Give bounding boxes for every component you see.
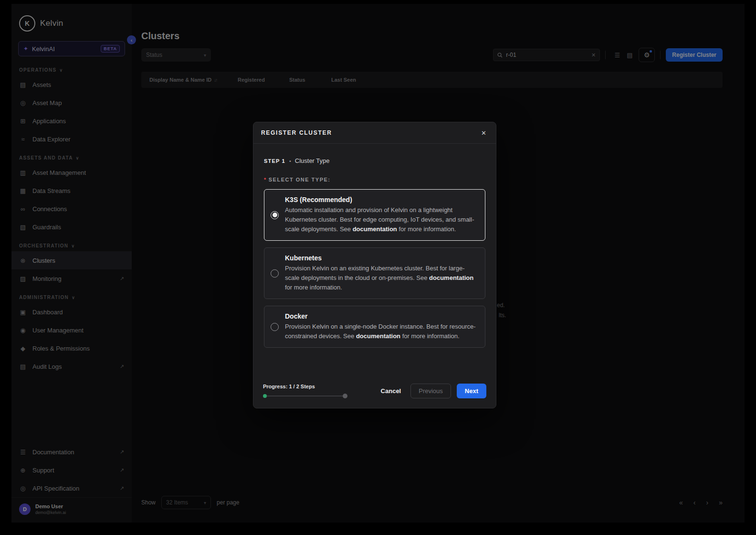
step-label: STEP 1 (264, 158, 285, 164)
next-button[interactable]: Next (457, 384, 486, 398)
register-cluster-modal: REGISTER CLUSTER ✕ STEP 1 • Cluster Type… (253, 122, 496, 408)
option-title: K3S (Recommended) (285, 196, 477, 203)
documentation-link[interactable]: documentation (429, 274, 473, 281)
step-indicator: STEP 1 • Cluster Type (264, 157, 485, 164)
option-text: Kubernetes Provision Kelvin on an existi… (285, 254, 477, 292)
desc-text: for more information. (400, 332, 460, 340)
cancel-button[interactable]: Cancel (377, 384, 405, 398)
previous-button[interactable]: Previous (410, 384, 451, 398)
desc-text: for more information. (285, 284, 342, 291)
select-type-label: * SELECT ONE TYPE: (264, 177, 485, 182)
progress-step1-dot (263, 394, 267, 398)
progress-bar (263, 396, 346, 396)
modal-footer: Progress: 1 / 2 Steps Cancel Previous Ne… (253, 384, 496, 408)
option-text: K3S (Recommended) Automatic installation… (285, 196, 477, 234)
option-docker[interactable]: Docker Provision Kelvin on a single-node… (264, 306, 485, 348)
close-icon[interactable]: ✕ (479, 128, 488, 139)
modal-header: REGISTER CLUSTER ✕ (253, 122, 496, 144)
radio-unselected-icon[interactable] (271, 269, 279, 278)
modal-actions: Cancel Previous Next (377, 384, 486, 398)
required-asterisk: * (264, 177, 267, 182)
radio-unselected-icon[interactable] (271, 323, 279, 331)
progress-label: Progress: 1 / 2 Steps (263, 384, 346, 389)
step-name: Cluster Type (295, 157, 330, 164)
progress-step2-dot (343, 394, 347, 398)
option-description: Automatic installation and provision of … (285, 205, 477, 234)
bullet-icon: • (289, 158, 291, 164)
option-kubernetes[interactable]: Kubernetes Provision Kelvin on an existi… (264, 247, 485, 299)
progress: Progress: 1 / 2 Steps (263, 384, 346, 398)
radio-selected-icon[interactable] (271, 211, 279, 219)
screen: K Kelvin ✦ KelvinAI BETA OPERATIONS ∨ ▤ … (0, 0, 756, 535)
modal-body: STEP 1 • Cluster Type * SELECT ONE TYPE:… (253, 144, 496, 384)
option-title: Kubernetes (285, 254, 477, 262)
desc-text: for more information. (397, 225, 456, 233)
option-text: Docker Provision Kelvin on a single-node… (285, 312, 477, 341)
documentation-link[interactable]: documentation (356, 332, 400, 340)
documentation-link[interactable]: documentation (353, 225, 397, 233)
option-description: Provision Kelvin on an existing Kubernet… (285, 264, 477, 292)
option-title: Docker (285, 312, 477, 320)
option-description: Provision Kelvin on a single-node Docker… (285, 322, 477, 341)
select-type-text: SELECT ONE TYPE: (269, 177, 331, 182)
option-k3s[interactable]: K3S (Recommended) Automatic installation… (264, 189, 485, 241)
modal-title: REGISTER CLUSTER (261, 129, 479, 136)
